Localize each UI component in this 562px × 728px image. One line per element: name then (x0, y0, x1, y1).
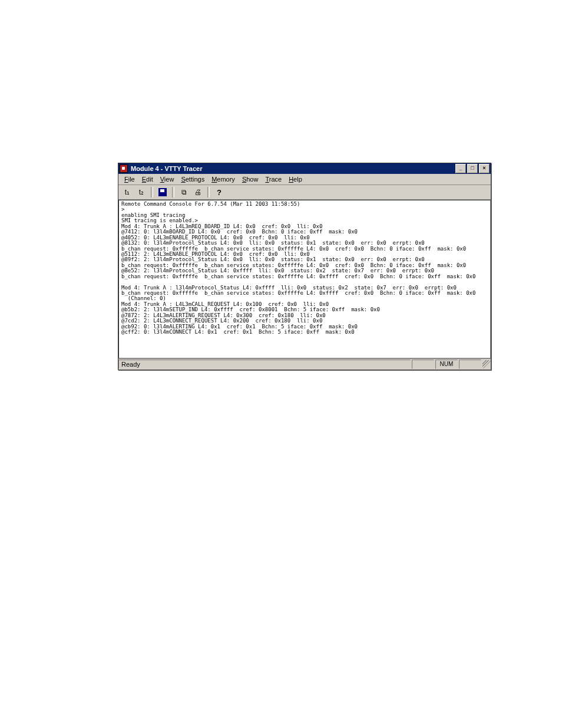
print-button[interactable]: 🖨 (191, 186, 204, 199)
menu-help[interactable]: Help (285, 175, 306, 183)
window-title: Module 4 - VTTY Tracer (130, 165, 454, 172)
vtty-tracer-window: Module 4 - VTTY Tracer _ □ × File Edit V… (118, 163, 491, 370)
resize-grip-icon[interactable] (482, 360, 491, 368)
t1-button[interactable]: t₁ (121, 186, 134, 199)
minimize-button[interactable]: _ (455, 164, 466, 173)
statusbar: Ready NUM (118, 358, 491, 370)
toolbar-separator (172, 187, 174, 197)
help-icon: ? (217, 188, 222, 197)
menu-show[interactable]: Show (239, 175, 262, 183)
status-blank2 (459, 360, 481, 369)
copy-button[interactable]: ⧉ (177, 186, 190, 199)
menu-file[interactable]: File (121, 175, 138, 183)
save-button[interactable] (156, 186, 169, 199)
toolbar-separator (151, 187, 153, 197)
close-button[interactable]: × (479, 164, 490, 173)
menu-trace[interactable]: Trace (262, 175, 285, 183)
document-page: Module 4 - VTTY Tracer _ □ × File Edit V… (0, 0, 562, 728)
status-ready: Ready (118, 360, 411, 369)
help-button[interactable]: ? (213, 186, 226, 199)
toolbar-separator (207, 187, 210, 197)
print-icon: 🖨 (194, 188, 201, 196)
console-output[interactable]: Remote Command Console For 6.7.54 (Mar 1… (118, 200, 491, 358)
t2-button[interactable]: t₂ (135, 186, 148, 199)
save-icon (158, 188, 167, 196)
status-blank (412, 360, 434, 369)
menu-memory[interactable]: Memory (208, 175, 239, 183)
menubar: File Edit View Settings Memory Show Trac… (118, 174, 491, 185)
app-icon (120, 164, 128, 173)
toolbar: t₁ t₂ ⧉ 🖨 ? (118, 185, 491, 200)
menu-view[interactable]: View (157, 175, 178, 183)
status-num: NUM (435, 360, 458, 369)
menu-settings[interactable]: Settings (177, 175, 208, 183)
maximize-button[interactable]: □ (467, 164, 478, 173)
menu-edit[interactable]: Edit (138, 175, 157, 183)
copy-icon: ⧉ (181, 188, 187, 196)
titlebar[interactable]: Module 4 - VTTY Tracer _ □ × (118, 163, 491, 174)
